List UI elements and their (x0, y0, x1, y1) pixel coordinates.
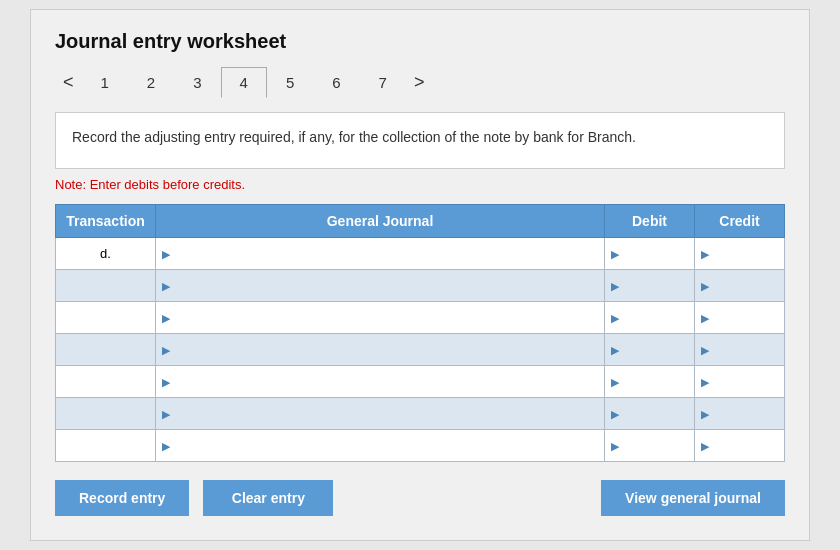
page-title: Journal entry worksheet (55, 30, 785, 53)
header-credit: Credit (695, 205, 785, 238)
main-container: Journal entry worksheet < 1 2 3 4 5 6 7 … (30, 9, 810, 541)
debit-cell[interactable] (605, 238, 695, 270)
credit-cell[interactable] (695, 302, 785, 334)
instruction-box: Record the adjusting entry required, if … (55, 112, 785, 169)
tab-7[interactable]: 7 (360, 67, 406, 98)
prev-arrow[interactable]: < (55, 68, 82, 97)
debit-cell[interactable] (605, 302, 695, 334)
transaction-cell (56, 430, 156, 462)
debit-cell[interactable] (605, 366, 695, 398)
debit-cell[interactable] (605, 334, 695, 366)
journal-cell[interactable] (156, 334, 605, 366)
table-row: d. (56, 238, 785, 270)
header-journal: General Journal (156, 205, 605, 238)
table-row (56, 366, 785, 398)
tab-4[interactable]: 4 (221, 67, 267, 98)
journal-cell[interactable] (156, 430, 605, 462)
table-row (56, 270, 785, 302)
view-general-journal-button[interactable]: View general journal (601, 480, 785, 516)
table-row (56, 398, 785, 430)
next-arrow[interactable]: > (406, 68, 433, 97)
journal-cell[interactable] (156, 398, 605, 430)
transaction-cell (56, 398, 156, 430)
note-text: Note: Enter debits before credits. (55, 177, 785, 192)
header-debit: Debit (605, 205, 695, 238)
journal-table: Transaction General Journal Debit Credit… (55, 204, 785, 462)
table-row (56, 334, 785, 366)
table-row (56, 302, 785, 334)
tab-1[interactable]: 1 (82, 67, 128, 98)
tab-2[interactable]: 2 (128, 67, 174, 98)
transaction-cell: d. (56, 238, 156, 270)
credit-cell[interactable] (695, 398, 785, 430)
credit-cell[interactable] (695, 366, 785, 398)
tab-navigation: < 1 2 3 4 5 6 7 > (55, 67, 785, 98)
tab-5[interactable]: 5 (267, 67, 313, 98)
journal-cell[interactable] (156, 366, 605, 398)
credit-cell[interactable] (695, 270, 785, 302)
credit-cell[interactable] (695, 238, 785, 270)
record-entry-button[interactable]: Record entry (55, 480, 189, 516)
debit-cell[interactable] (605, 430, 695, 462)
clear-entry-button[interactable]: Clear entry (203, 480, 333, 516)
journal-cell[interactable] (156, 238, 605, 270)
transaction-cell (56, 270, 156, 302)
credit-cell[interactable] (695, 430, 785, 462)
tab-6[interactable]: 6 (313, 67, 359, 98)
instruction-text: Record the adjusting entry required, if … (72, 129, 636, 145)
transaction-cell (56, 366, 156, 398)
debit-cell[interactable] (605, 398, 695, 430)
credit-cell[interactable] (695, 334, 785, 366)
tab-3[interactable]: 3 (174, 67, 220, 98)
journal-cell[interactable] (156, 302, 605, 334)
table-row (56, 430, 785, 462)
journal-cell[interactable] (156, 270, 605, 302)
transaction-cell (56, 302, 156, 334)
debit-cell[interactable] (605, 270, 695, 302)
transaction-cell (56, 334, 156, 366)
header-transaction: Transaction (56, 205, 156, 238)
button-row: Record entry Clear entry View general jo… (55, 480, 785, 516)
